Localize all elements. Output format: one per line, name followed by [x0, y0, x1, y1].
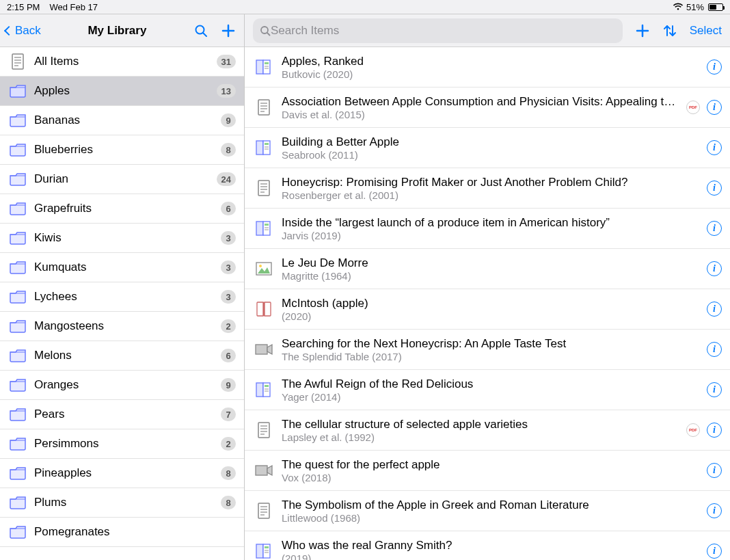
sidebar-item-label: Plums	[34, 496, 221, 509]
back-label: Back	[15, 24, 41, 38]
info-button[interactable]: i	[707, 423, 722, 438]
sidebar-item-label: Grapefruits	[34, 202, 221, 215]
sidebar-item-pineapples[interactable]: Pineapples 8	[0, 459, 244, 488]
svg-rect-46	[256, 383, 263, 397]
count-badge: 6	[221, 202, 236, 215]
sidebar-item-bananas[interactable]: Bananas 9	[0, 106, 244, 135]
svg-line-10	[267, 33, 270, 36]
sidebar-item-durian[interactable]: Durian 24	[0, 165, 244, 194]
info-button[interactable]: i	[707, 503, 722, 518]
sidebar-item-pomegranates[interactable]: Pomegranates	[0, 518, 244, 547]
item-row[interactable]: McIntosh (apple) (2020) i	[245, 289, 730, 330]
svg-rect-63	[256, 544, 263, 558]
info-button[interactable]: i	[707, 100, 722, 115]
info-button[interactable]: i	[707, 342, 722, 357]
item-row[interactable]: Who was the real Granny Smith? (2019) i	[245, 531, 730, 560]
item-row[interactable]: The Awful Reign of the Red Delicious Yag…	[245, 370, 730, 410]
search-icon[interactable]	[193, 23, 208, 38]
item-row[interactable]: Honeycrisp: Promising Profit Maker or Ju…	[245, 168, 730, 209]
folder-list[interactable]: All Items 31 Apples 13 Bananas 9 Blueber…	[0, 47, 244, 560]
sidebar-item-all-items[interactable]: All Items 31	[0, 47, 244, 77]
back-button[interactable]: Back	[5, 24, 41, 38]
item-subtitle: Lapsley et al. (1992)	[282, 431, 681, 443]
select-button[interactable]: Select	[690, 24, 722, 38]
item-row[interactable]: Apples, Ranked Butkovic (2020) i	[245, 47, 730, 88]
item-row[interactable]: The quest for the perfect apple Vox (201…	[245, 451, 730, 491]
info-button[interactable]: i	[707, 382, 722, 397]
count-badge: 3	[221, 261, 236, 274]
folder-icon	[8, 495, 27, 510]
folder-icon	[8, 407, 27, 422]
item-row[interactable]: Building a Better Apple Seabrook (2011) …	[245, 128, 730, 168]
info-button[interactable]: i	[707, 463, 722, 478]
info-button[interactable]: i	[707, 302, 722, 317]
chevron-left-icon	[4, 25, 14, 35]
sidebar-item-label: Kumquats	[34, 261, 221, 274]
sidebar-item-melons[interactable]: Melons 6	[0, 341, 244, 371]
item-row[interactable]: Searching for the Next Honeycrisp: An Ap…	[245, 330, 730, 370]
item-title: The Symbolism of the Apple in Greek and …	[282, 498, 701, 512]
sidebar-item-oranges[interactable]: Oranges 9	[0, 371, 244, 400]
sidebar-item-kiwis[interactable]: Kiwis 3	[0, 224, 244, 253]
count-badge: 2	[221, 319, 236, 333]
item-type-icon	[250, 58, 278, 76]
status-bar: 2:15 PM Wed Feb 17 51%	[0, 0, 730, 14]
info-button[interactable]: i	[707, 140, 722, 155]
search-field[interactable]	[253, 18, 623, 43]
count-badge: 6	[221, 349, 236, 362]
search-input[interactable]	[271, 24, 616, 38]
folder-icon	[8, 201, 27, 216]
item-title: Apples, Ranked	[282, 55, 701, 68]
pdf-badge-icon: PDF	[686, 101, 700, 114]
folder-icon	[8, 436, 27, 451]
sidebar-item-label: Durian	[34, 172, 217, 186]
count-badge: 24	[217, 172, 236, 186]
item-subtitle: Magritte (1964)	[282, 270, 701, 282]
document-icon	[8, 53, 27, 70]
item-row[interactable]: The cellular structure of selected apple…	[245, 410, 730, 451]
info-button[interactable]: i	[707, 544, 722, 559]
sidebar-item-kumquats[interactable]: Kumquats 3	[0, 253, 244, 282]
item-row[interactable]: Inside the “largest launch of a produce …	[245, 209, 730, 249]
sidebar-item-plums[interactable]: Plums 8	[0, 488, 244, 518]
item-type-icon	[250, 219, 278, 237]
battery-icon	[708, 3, 723, 11]
item-subtitle: Davis et al. (2015)	[282, 109, 681, 120]
info-button[interactable]: i	[707, 261, 722, 276]
folder-icon	[8, 466, 27, 481]
status-time: 2:15 PM	[7, 2, 40, 12]
item-row[interactable]: Association Between Apple Consumption an…	[245, 88, 730, 128]
add-item-button[interactable]	[635, 23, 650, 38]
count-badge: 8	[221, 496, 236, 509]
info-button[interactable]: i	[707, 221, 722, 236]
svg-rect-43	[263, 302, 265, 316]
item-row[interactable]: The Symbolism of the Apple in Greek and …	[245, 491, 730, 531]
svg-rect-56	[256, 466, 267, 475]
sidebar-item-label: Kiwis	[34, 231, 221, 245]
item-type-icon	[250, 179, 278, 197]
search-icon	[260, 25, 271, 36]
sidebar-item-persimmons[interactable]: Persimmons 2	[0, 429, 244, 459]
item-subtitle: Butkovic (2020)	[282, 68, 701, 80]
sort-button[interactable]	[662, 23, 677, 38]
item-title: The quest for the perfect apple	[282, 458, 701, 472]
item-type-icon	[250, 139, 278, 157]
item-row[interactable]: Le Jeu De Morre Magritte (1964) i	[245, 249, 730, 289]
item-type-icon	[250, 421, 278, 439]
sidebar-item-lychees[interactable]: Lychees 3	[0, 282, 244, 312]
sidebar-item-mangosteens[interactable]: Mangosteens 2	[0, 312, 244, 341]
sidebar-item-apples[interactable]: Apples 13	[0, 77, 244, 106]
folder-icon	[8, 83, 27, 98]
info-button[interactable]: i	[707, 181, 722, 196]
add-collection-button[interactable]	[221, 23, 236, 38]
item-subtitle: (2020)	[282, 310, 701, 322]
sidebar-item-grapefruits[interactable]: Grapefruits 6	[0, 194, 244, 224]
count-badge: 13	[217, 84, 236, 98]
sidebar-item-label: Pomegranates	[34, 525, 236, 539]
folder-icon	[8, 319, 27, 334]
sidebar-item-pears[interactable]: Pears 7	[0, 400, 244, 429]
sidebar-item-blueberries[interactable]: Blueberries 8	[0, 135, 244, 165]
info-button[interactable]: i	[707, 59, 722, 75]
item-list[interactable]: Apples, Ranked Butkovic (2020) i Associa…	[245, 47, 730, 560]
item-title: The cellular structure of selected apple…	[282, 418, 681, 431]
